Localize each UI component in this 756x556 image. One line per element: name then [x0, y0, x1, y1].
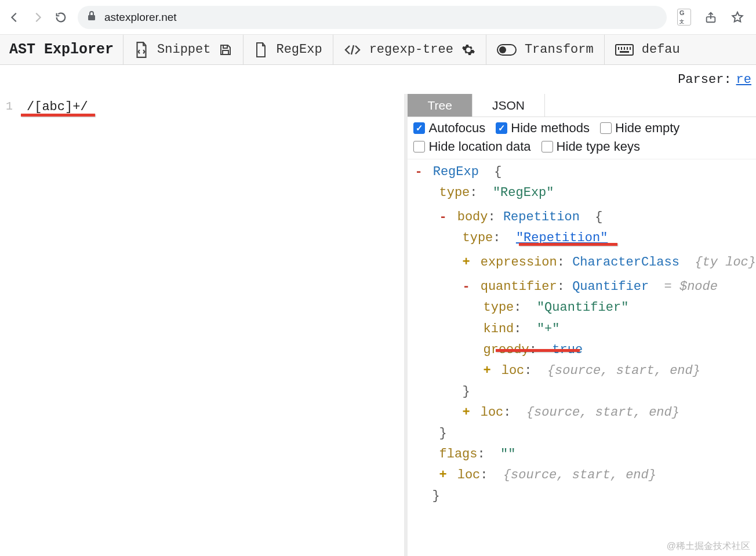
browser-actions: G文 — [677, 10, 748, 24]
annotation-underline-2 — [519, 243, 617, 246]
label-hide-type-keys: Hide type keys — [557, 139, 640, 154]
parser-info-link[interactable]: re — [736, 72, 751, 87]
key-type: type — [483, 300, 514, 315]
annotation-underline-3 — [496, 349, 580, 352]
snippet-button[interactable]: Snippet — [123, 35, 243, 64]
ast-tree: - RegExp { type: "RegExp" - body: Repeti… — [408, 159, 756, 518]
parser-button[interactable]: regexp-tree — [333, 35, 486, 64]
keymap-label: defau — [642, 42, 680, 57]
parser-info-label: Parser: — [678, 72, 731, 87]
node-repetition[interactable]: Repetition — [503, 210, 580, 224]
parser-label: regexp-tree — [369, 42, 453, 57]
collapse-toggle[interactable]: - — [462, 277, 472, 297]
address-bar[interactable]: astexplorer.net — [78, 6, 667, 29]
url-text: astexplorer.net — [104, 11, 177, 24]
code-editor[interactable]: 1 /[abc]+/ — [0, 94, 408, 556]
output-panel: Tree JSON ✓Autofocus ✓Hide methods Hide … — [408, 94, 756, 556]
node-characterclass[interactable]: CharacterClass — [572, 255, 679, 270]
forward-button[interactable] — [31, 11, 44, 24]
checkbox-hide-methods[interactable]: ✓ — [496, 122, 507, 134]
star-icon[interactable] — [730, 10, 744, 24]
code-content: /[abc]+/ — [27, 100, 88, 114]
svg-rect-0 — [88, 15, 95, 20]
key-loc: loc — [501, 364, 525, 378]
key-type: type — [439, 186, 470, 200]
app-toolbar: AST Explorer Snippet RegExp regexp-tree … — [0, 35, 756, 65]
tab-json[interactable]: JSON — [472, 94, 545, 117]
language-label: RegExp — [276, 42, 322, 57]
label-hide-empty: Hide empty — [615, 121, 679, 136]
app-logo[interactable]: AST Explorer — [0, 35, 123, 64]
key-expression: expression — [481, 255, 557, 270]
key-quantifier: quantifier — [481, 279, 557, 294]
svg-rect-2 — [223, 50, 228, 54]
keyboard-icon — [615, 44, 634, 56]
back-button[interactable] — [8, 11, 21, 24]
transform-button[interactable]: Transform — [486, 35, 604, 64]
watermark: @稀土掘金技术社区 — [667, 540, 750, 553]
val-flags: "" — [500, 447, 515, 461]
expand-toggle[interactable]: + — [483, 361, 493, 381]
label-autofocus: Autofocus — [428, 121, 485, 136]
snippet-icon — [134, 41, 149, 59]
line-number: 1 — [6, 100, 13, 113]
share-icon[interactable] — [704, 10, 718, 24]
file-icon — [254, 41, 268, 59]
code-icon — [344, 43, 361, 57]
expand-toggle[interactable]: + — [462, 252, 472, 273]
reload-button[interactable] — [54, 11, 67, 24]
key-body: body — [457, 210, 488, 224]
val-quant-type: "Quantifier" — [537, 300, 628, 315]
output-tabs: Tree JSON — [408, 94, 756, 117]
quant-note: = $node — [664, 279, 718, 294]
key-kind: kind — [483, 322, 514, 336]
tree-options: ✓Autofocus ✓Hide methods Hide empty Hide… — [408, 117, 756, 159]
save-icon[interactable] — [219, 43, 232, 57]
expand-toggle[interactable]: + — [439, 465, 449, 486]
summary-expr: {ty loc} — [695, 255, 756, 270]
transform-label: Transform — [525, 42, 594, 57]
main-split: 1 /[abc]+/ Tree JSON ✓Autofocus ✓Hide me… — [0, 94, 756, 556]
keymap-button[interactable]: defau — [604, 35, 690, 64]
summary-loc: {source, start, end} — [503, 468, 656, 482]
browser-toolbar: astexplorer.net G文 — [0, 0, 756, 35]
key-loc: loc — [457, 468, 481, 482]
parser-info: Parser: re — [0, 65, 756, 94]
checkbox-autofocus[interactable]: ✓ — [413, 122, 425, 134]
label-hide-location: Hide location data — [428, 139, 530, 154]
lock-icon — [87, 10, 96, 24]
node-quantifier[interactable]: Quantifier — [572, 279, 649, 294]
val-regexp-type: "RegExp" — [493, 186, 554, 200]
tab-tree[interactable]: Tree — [408, 94, 472, 117]
annotation-underline-1 — [21, 114, 95, 117]
summary-loc: {source, start, end} — [547, 364, 700, 378]
collapse-toggle[interactable]: - — [415, 162, 425, 183]
val-kind: "+" — [537, 322, 560, 336]
node-regexp[interactable]: RegExp — [433, 165, 479, 179]
checkbox-hide-type-keys[interactable] — [541, 141, 553, 152]
snippet-label: Snippet — [157, 42, 210, 57]
label-hide-methods: Hide methods — [511, 121, 590, 136]
expand-toggle[interactable]: + — [462, 402, 472, 423]
key-type: type — [462, 231, 493, 245]
checkbox-hide-empty[interactable] — [600, 122, 612, 134]
translate-icon[interactable]: G文 — [677, 10, 691, 24]
toggle-icon — [497, 44, 517, 56]
language-button[interactable]: RegExp — [243, 35, 332, 64]
checkbox-hide-location[interactable] — [413, 141, 425, 152]
key-loc: loc — [481, 405, 504, 420]
gear-icon[interactable] — [461, 43, 475, 57]
key-flags: flags — [439, 447, 477, 461]
summary-loc: {source, start, end} — [526, 405, 679, 420]
collapse-toggle[interactable]: - — [439, 207, 449, 228]
